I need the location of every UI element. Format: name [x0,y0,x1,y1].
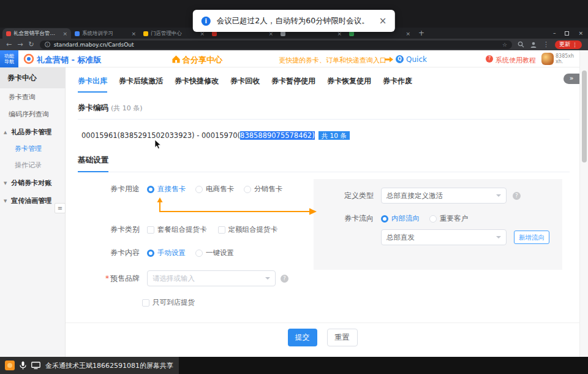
brand-title: 礼盒营销 - 标准版 [37,55,101,66]
codes-selected-text: 8385889075578462) [240,131,315,140]
content-row: 券卡内容 手动设置 一键设置 [106,248,244,258]
annotation-arrow [155,197,317,217]
panel-collapse-button[interactable]: » [564,74,579,84]
basic-settings-form: 券卡用途 直接售卡 电商售卡 分销售卡 [66,179,579,322]
site-info-icon[interactable]: i [45,42,50,47]
definition-type-help-icon[interactable]: ? [513,192,521,200]
new-tab-button[interactable]: + [417,29,426,39]
codes-count: (共 10 条) [111,104,143,112]
radio-label: 重要客户 [440,214,468,223]
search-zoom-icon[interactable] [518,41,524,48]
tab-close-icon[interactable]: × [62,31,67,37]
required-mark: * [105,274,109,283]
checkbox-store-pickup-only[interactable]: 只可到店提货 [142,298,195,307]
radio-icon [147,250,154,257]
user-name: 8385xh xh. [556,53,574,64]
form-footer: 提交 重置 [66,322,579,346]
browser-menu-icon[interactable]: ⋮ [543,41,549,48]
brand-logo-icon [23,53,34,64]
sidebar-title: 券卡中心 [0,67,65,88]
forward-icon[interactable]: → [17,41,23,48]
sidebar-item-card-management[interactable]: 券卡管理 [0,140,65,157]
browser-toolbar: ← → ↻ i standard.maboy.cn/CardsOut ☆ ⋮ 更… [0,39,588,50]
tutorial-icon: ? [486,55,493,63]
sidebar: 券卡中心 券卡查询 编码序列查询 ▲ 礼品券卡管理 券卡管理 操作记录 ▼ 分销… [0,67,66,357]
quick-link[interactable]: Quick [406,55,427,64]
function-nav-button[interactable]: 功能 导航 [0,50,18,67]
user-name-line2: xh. [556,59,574,64]
divider [78,119,570,120]
checkbox-package-combo-card[interactable]: 套餐组合提货卡 [147,225,207,234]
tab-card-suspend[interactable]: 券卡暂停使用 [271,76,315,93]
screen-share-bar: 金禾通技术王斌18662591081的屏幕共享 [0,357,588,374]
share-center-link[interactable]: 合分享中心 [183,55,222,66]
tab-close-icon[interactable]: × [405,31,410,37]
page-scrollbar[interactable] [579,50,588,357]
quick-q-icon[interactable]: Q [396,55,404,63]
definition-type-select[interactable]: 总部直接定义激活 [381,188,507,204]
radio-icon [429,215,437,223]
codes-section-title: 券卡编码(共 10 条) [78,103,143,113]
screen-share-icon[interactable] [31,362,40,369]
sidebar-item-operation-log[interactable]: 操作记录 [0,157,65,174]
window-close-icon[interactable]: × [578,30,583,36]
chrome-update-button[interactable]: 更新 ⋮ [555,40,582,49]
app-header: 功能 导航 礼盒营销 - 标准版 合分享中心 更快捷的券卡、订单和快递查询入口 … [0,50,579,67]
back-icon[interactable]: ← [6,41,12,48]
radio-ecommerce-sale[interactable]: 电商售卡 [195,185,234,194]
screen: 礼盒营销平台管理中心 × 系统培训学习 × 门店管理中心 × × × × [0,0,588,374]
user-avatar[interactable] [541,53,554,65]
radio-distribution-sale[interactable]: 分销售卡 [244,185,282,194]
tab-card-later-activate[interactable]: 券卡后续激活 [119,76,163,93]
reload-icon[interactable]: ↻ [28,41,34,48]
sidebar-collapse-toggle[interactable]: ≡ [55,203,66,213]
add-flow-button[interactable]: 新增流向 [514,231,549,244]
flow-select[interactable]: 总部直发 [381,229,507,245]
window-maximize-icon[interactable] [565,31,569,36]
tutorial-link[interactable]: 系统使用教程 [496,56,536,65]
radio-direct-sale[interactable]: 直接售卡 [147,185,186,194]
address-bar[interactable]: i standard.maboy.cn/CardsOut ☆ [40,40,512,49]
tab-card-resume[interactable]: 券卡恢复使用 [327,76,371,93]
store-only-row: 只可到店提货 [142,298,195,307]
nav-box-line2: 导航 [4,59,14,64]
update-label: 更新 [559,40,570,48]
checkbox-icon [147,226,154,234]
chevron-down-icon [496,194,501,199]
toast-close-icon[interactable]: × [379,15,387,26]
screen-share-controls: 金禾通技术王斌18662591081的屏幕共享 [0,357,179,374]
browser-tab-2[interactable]: 系统培训学习 × [71,28,140,39]
scrollbar-thumb[interactable] [582,71,587,162]
window-minimize-icon[interactable]: – [553,30,556,36]
tab-title: 门店管理中心 [151,30,197,37]
profile-icon[interactable] [530,41,537,48]
browser-tab-1[interactable]: 礼盒营销平台管理中心 × [2,28,71,39]
tab-card-recycle[interactable]: 券卡回收 [230,76,260,93]
checkbox-label: 套餐组合提货卡 [157,225,207,234]
tab-card-void[interactable]: 券卡作废 [383,76,412,93]
brand-row: *预售品牌 请选择或输入 ? [101,270,288,286]
basic-section-title: 基础设置 [78,155,108,172]
chevron-down-icon [496,236,501,241]
radio-manual-setting[interactable]: 手动设置 [147,248,186,258]
submit-button[interactable]: 提交 [288,329,317,346]
sidebar-item-code-sequence-query[interactable]: 编码序列查询 [0,105,65,123]
tab-card-outbound[interactable]: 券卡出库 [78,76,107,93]
radio-one-click-setting[interactable]: 一键设置 [195,248,234,258]
tab-close-icon[interactable]: × [131,31,136,37]
radio-internal-flow[interactable]: 内部流向 [381,214,420,223]
bookmark-star-icon[interactable]: ☆ [502,42,507,48]
brand-help-icon[interactable]: ? [281,275,288,283]
brand-select[interactable]: 请选择或输入 [147,270,276,286]
checkbox-fixed-combo-card[interactable]: 定额组合提货卡 [218,225,278,234]
microphone-icon[interactable] [20,361,26,370]
sidebar-group-distribution-reconcile[interactable]: ▼ 分销券卡对账 [0,174,65,191]
tab-card-quick-edit[interactable]: 券卡快捷修改 [175,76,219,93]
chevron-up-icon: ▲ [4,130,7,135]
definition-type-value: 总部直接定义激活 [386,191,492,200]
radio-important-customer[interactable]: 重要客户 [429,214,468,223]
sidebar-group-gift-card-mgmt[interactable]: ▲ 礼品券卡管理 [0,123,65,140]
sharer-avatar [5,361,15,370]
sidebar-item-card-query[interactable]: 券卡查询 [0,88,65,105]
reset-button[interactable]: 重置 [327,329,358,346]
